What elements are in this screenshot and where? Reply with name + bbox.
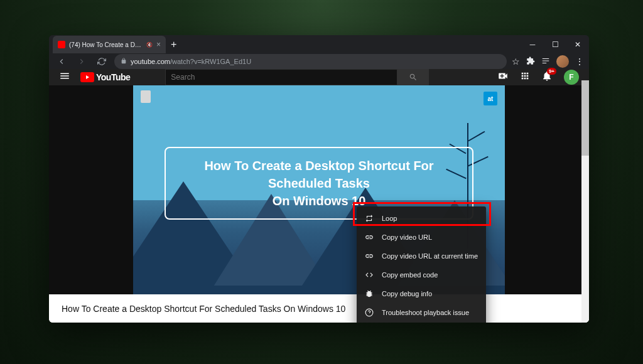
youtube-favicon bbox=[58, 41, 65, 48]
video-area: at How To Create a Desktop Shortcut For … bbox=[49, 85, 589, 294]
overlay-title-line1: How To Create a Desktop Shortcut For Sch… bbox=[177, 157, 461, 192]
account-avatar[interactable]: F bbox=[564, 70, 579, 85]
youtube-header: YouTube 9+ F bbox=[49, 69, 589, 85]
ctx-copy-embed[interactable]: Copy embed code bbox=[357, 265, 486, 284]
ctx-label: Copy embed code bbox=[382, 271, 438, 279]
youtube-logo[interactable]: YouTube bbox=[80, 72, 130, 82]
ctx-label: Copy debug info bbox=[382, 290, 432, 297]
hamburger-icon[interactable] bbox=[59, 70, 70, 84]
bug-icon bbox=[364, 289, 374, 298]
browser-window: (74) How To Create a Deskto 🔇 × + ─ ☐ ✕ … bbox=[49, 35, 589, 323]
tab-close-icon[interactable]: × bbox=[156, 40, 161, 49]
forward-button[interactable] bbox=[74, 54, 89, 69]
close-window-button[interactable]: ✕ bbox=[566, 35, 589, 54]
new-tab-button[interactable]: + bbox=[171, 39, 176, 50]
file-icon-graphic bbox=[141, 90, 151, 103]
maximize-button[interactable]: ☐ bbox=[544, 35, 566, 54]
scrollbar[interactable] bbox=[581, 80, 589, 323]
loop-icon bbox=[364, 214, 374, 223]
notifications-icon[interactable]: 9+ bbox=[541, 70, 553, 84]
video-title: How To Create a Desktop Shortcut For Sch… bbox=[62, 304, 345, 314]
minimize-button[interactable]: ─ bbox=[521, 35, 544, 54]
lock-icon bbox=[121, 58, 127, 65]
ctx-copy-debug[interactable]: Copy debug info bbox=[357, 284, 486, 303]
ctx-label: Copy video URL bbox=[382, 233, 432, 241]
create-video-icon[interactable] bbox=[497, 70, 509, 84]
ctx-copy-url-time[interactable]: Copy video URL at current time bbox=[357, 247, 486, 265]
ctx-label: Loop bbox=[382, 215, 397, 222]
reading-list-icon[interactable] bbox=[541, 56, 550, 67]
at-badge: at bbox=[484, 92, 497, 105]
ctx-label: Troubleshoot playback issue bbox=[382, 309, 469, 316]
ctx-label: Copy video URL at current time bbox=[382, 252, 478, 260]
notification-count-badge: 9+ bbox=[547, 68, 556, 75]
search-button[interactable] bbox=[397, 69, 429, 85]
search-input[interactable] bbox=[165, 69, 397, 85]
browser-tab[interactable]: (74) How To Create a Deskto 🔇 × bbox=[53, 36, 166, 53]
code-icon bbox=[364, 270, 374, 279]
video-context-menu: Loop Copy video URL Copy video URL at cu… bbox=[357, 206, 486, 323]
content-area: at How To Create a Desktop Shortcut For … bbox=[49, 85, 589, 323]
video-title-bar: How To Create a Desktop Shortcut For Sch… bbox=[49, 294, 589, 323]
url-domain: youtube.com bbox=[131, 58, 170, 65]
tab-title: (74) How To Create a Deskto bbox=[69, 41, 143, 48]
youtube-play-icon bbox=[80, 72, 94, 82]
kebab-menu-icon[interactable]: ⋮ bbox=[575, 56, 584, 67]
ctx-stats[interactable]: Stats for nerds bbox=[357, 322, 486, 323]
extensions-icon[interactable] bbox=[526, 56, 535, 67]
search-bar bbox=[165, 69, 429, 85]
profile-avatar[interactable] bbox=[556, 55, 569, 68]
link-icon bbox=[364, 252, 374, 260]
bookmark-star-icon[interactable]: ☆ bbox=[512, 56, 520, 67]
scrollbar-thumb[interactable] bbox=[581, 80, 589, 156]
link-icon bbox=[364, 233, 374, 242]
address-bar-row: youtube.com/watch?v=kRW1GA_Ed1U ☆ ⋮ bbox=[49, 54, 589, 69]
youtube-brand-text: YouTube bbox=[96, 72, 130, 82]
ctx-loop[interactable]: Loop bbox=[357, 209, 486, 228]
url-bar[interactable]: youtube.com/watch?v=kRW1GA_Ed1U bbox=[114, 54, 507, 69]
audio-mute-icon[interactable]: 🔇 bbox=[146, 42, 153, 48]
help-icon bbox=[364, 308, 374, 317]
titlebar: (74) How To Create a Deskto 🔇 × + ─ ☐ ✕ bbox=[49, 35, 589, 54]
apps-grid-icon[interactable] bbox=[520, 71, 530, 83]
url-path: /watch?v=kRW1GA_Ed1U bbox=[170, 58, 251, 65]
ctx-troubleshoot[interactable]: Troubleshoot playback issue bbox=[357, 303, 486, 322]
ctx-copy-url[interactable]: Copy video URL bbox=[357, 228, 486, 247]
back-button[interactable] bbox=[54, 54, 69, 69]
reload-button[interactable] bbox=[94, 54, 109, 69]
